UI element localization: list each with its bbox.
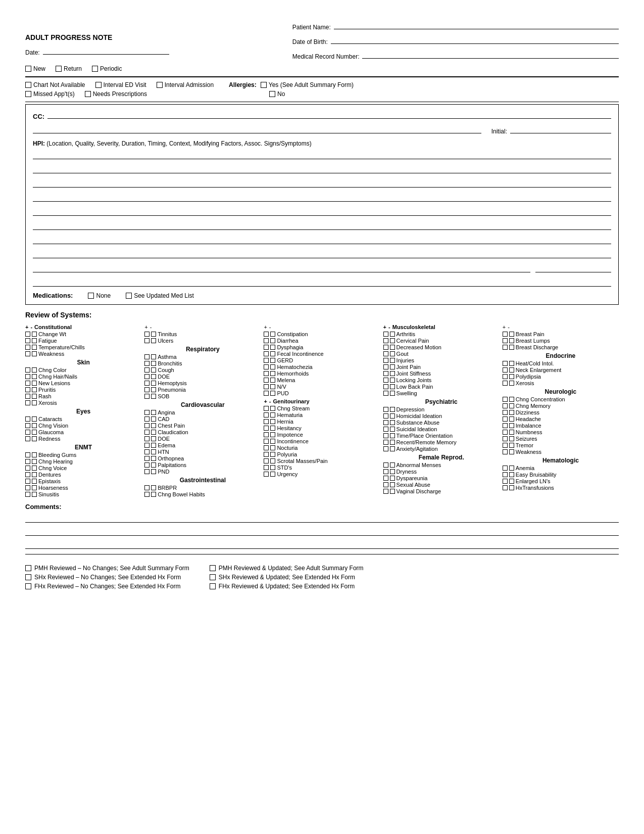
footer-cb-shx-no[interactable] (25, 574, 31, 580)
comment-line-2[interactable] (25, 527, 619, 536)
cb-joint-stiff-minus[interactable] (390, 371, 395, 376)
cb-breast-discharge-minus[interactable] (509, 345, 514, 350)
cb-chng-voice-minus[interactable] (32, 466, 37, 471)
cb-sinusitis-plus[interactable] (25, 492, 30, 497)
cc-field[interactable] (47, 110, 611, 119)
cb-pud-minus[interactable] (270, 391, 275, 396)
cb-gout-minus[interactable] (390, 351, 395, 356)
mrn-field[interactable] (362, 50, 619, 59)
cb-locking-plus[interactable] (383, 378, 388, 383)
cb-chng-conc-plus[interactable] (503, 397, 508, 402)
cb-bronchitis-minus[interactable] (151, 361, 156, 366)
cb-hematuria-minus[interactable] (270, 412, 275, 418)
cb-pneumonia-minus[interactable] (151, 387, 156, 392)
cb-suicidal-minus[interactable] (390, 427, 395, 432)
cb-weakness-plus[interactable] (25, 351, 30, 356)
cb-depression-plus[interactable] (383, 407, 388, 412)
hpi-line-3[interactable] (33, 178, 611, 188)
cb-ulcers-plus[interactable] (144, 338, 150, 343)
cb-bronchitis-plus[interactable] (144, 361, 150, 366)
cb-chng-mem-minus[interactable] (509, 403, 514, 408)
cb-suicidal-plus[interactable] (383, 427, 388, 432)
med-see-checkbox[interactable] (126, 293, 132, 299)
cb-swelling-plus[interactable] (383, 391, 388, 396)
cb-hemoptysis-plus[interactable] (144, 381, 150, 386)
cb-cough-minus[interactable] (151, 367, 156, 373)
cb-dryness-minus[interactable] (390, 469, 395, 474)
cb-low-back-minus[interactable] (390, 384, 395, 389)
cb-chng-hearing-plus[interactable] (25, 459, 30, 464)
interval-admission-checkbox[interactable] (157, 82, 163, 88)
cb-sob-minus[interactable] (151, 394, 156, 399)
cb-substance-plus[interactable] (383, 420, 388, 425)
cb-dryness-plus[interactable] (383, 469, 388, 474)
cb-weakness-neuro-minus[interactable] (509, 449, 514, 454)
cb-dentures-minus[interactable] (32, 472, 37, 477)
cb-pneumonia-plus[interactable] (144, 387, 150, 392)
cb-imbalance-plus[interactable] (503, 423, 508, 428)
cb-joint-stiff-plus[interactable] (383, 371, 388, 376)
chart-not-available-item[interactable]: Chart Not Available (25, 81, 85, 88)
med-see-item[interactable]: See Updated Med List (126, 292, 194, 299)
cb-weakness-neuro-plus[interactable] (503, 449, 508, 454)
cb-hematuria-plus[interactable] (264, 412, 269, 418)
cb-chng-hearing-minus[interactable] (32, 459, 37, 464)
hpi-line-1[interactable] (33, 150, 611, 159)
cb-anxiety-plus[interactable] (383, 446, 388, 451)
cb-xerosis-endo-minus[interactable] (509, 381, 514, 386)
cb-breast-lumps-plus[interactable] (503, 338, 508, 343)
cc-field2[interactable] (33, 124, 481, 133)
cb-xerosis-endo-plus[interactable] (503, 381, 508, 386)
periodic-checkbox-item[interactable]: Periodic (92, 65, 122, 72)
cb-breast-pain-minus[interactable] (509, 332, 514, 337)
med-none-item[interactable]: None (88, 292, 111, 299)
cb-breast-discharge-plus[interactable] (503, 345, 508, 350)
cb-depression-minus[interactable] (390, 407, 395, 412)
cb-dizziness-plus[interactable] (503, 410, 508, 415)
cb-constipation-plus[interactable] (264, 332, 269, 337)
cb-hx-trans-minus[interactable] (509, 485, 514, 490)
cb-polydipsia-minus[interactable] (509, 374, 514, 379)
cb-time-place-plus[interactable] (383, 433, 388, 438)
cb-sob-plus[interactable] (144, 394, 150, 399)
cb-dec-motion-plus[interactable] (383, 345, 388, 350)
cb-stds-plus[interactable] (264, 465, 269, 470)
chart-not-available-checkbox[interactable] (25, 82, 31, 88)
needs-prescriptions-checkbox[interactable] (85, 91, 91, 97)
missed-appts-item[interactable]: Missed App't(s) (25, 90, 75, 98)
cb-rash-plus[interactable] (25, 394, 30, 399)
cb-asthma-plus[interactable] (144, 354, 150, 359)
cb-bruisability-minus[interactable] (509, 472, 514, 477)
cb-sexual-abuse-plus[interactable] (383, 482, 388, 487)
cb-tremor-plus[interactable] (503, 443, 508, 448)
cb-pruritis-plus[interactable] (25, 387, 30, 392)
med-none-checkbox[interactable] (88, 293, 94, 299)
cb-cervical-minus[interactable] (390, 338, 395, 343)
cb-headache-plus[interactable] (503, 416, 508, 422)
cb-xerosis-skin-minus[interactable] (32, 400, 37, 405)
cb-doe-resp-minus[interactable] (151, 374, 156, 379)
cb-impotence-minus[interactable] (270, 432, 275, 437)
cb-chest-pain-plus[interactable] (144, 423, 150, 428)
cb-fecal-minus[interactable] (270, 351, 275, 356)
needs-prescriptions-item[interactable]: Needs Prescriptions (85, 90, 147, 98)
cb-fecal-plus[interactable] (264, 351, 269, 356)
hpi-line-4[interactable] (33, 193, 611, 202)
cb-impotence-plus[interactable] (264, 432, 269, 437)
cb-edema-plus[interactable] (144, 443, 150, 448)
interval-ed-checkbox[interactable] (95, 82, 102, 88)
cb-dysphagia-minus[interactable] (270, 345, 275, 350)
cb-hesitancy-minus[interactable] (270, 426, 275, 431)
cb-time-place-minus[interactable] (390, 433, 395, 438)
cb-urgency-minus[interactable] (270, 472, 275, 477)
cb-htn-minus[interactable] (151, 449, 156, 454)
cb-cataracts-minus[interactable] (32, 416, 37, 422)
new-checkbox[interactable] (25, 66, 31, 72)
comment-line-1[interactable] (25, 514, 619, 523)
cb-chng-conc-minus[interactable] (509, 397, 514, 402)
cb-palpitations-minus[interactable] (151, 462, 156, 468)
cb-chng-vision-minus[interactable] (32, 423, 37, 428)
cb-pud-plus[interactable] (264, 391, 269, 396)
cb-pnd-minus[interactable] (151, 469, 156, 474)
cb-locking-minus[interactable] (390, 378, 395, 383)
